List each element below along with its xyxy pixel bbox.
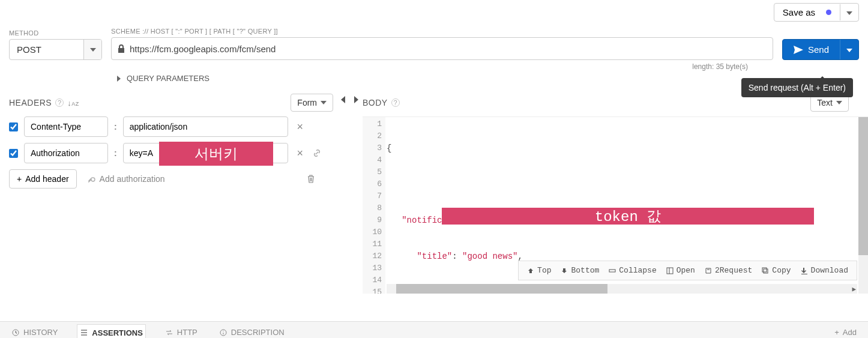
add-tab-button[interactable]: + Add (832, 324, 859, 338)
caret-down-icon (321, 101, 327, 104)
toolbar-download-button[interactable]: Download (801, 266, 848, 275)
tab-description[interactable]: DESCRIPTION (217, 324, 287, 338)
toolbar-top-button[interactable]: Top (527, 266, 551, 275)
paper-plane-icon (794, 46, 803, 54)
add-authorization-button[interactable]: Add authorization (88, 174, 165, 184)
headers-help-icon[interactable]: ? (55, 98, 64, 107)
caret-down-icon (846, 11, 852, 15)
body-mode-label: Text (817, 98, 833, 107)
trash-icon[interactable] (307, 174, 315, 184)
scroll-right-icon[interactable]: ▶ (852, 285, 856, 293)
url-scheme-label: SCHEME :// HOST [ ":" PORT ] [ PATH [ "?… (111, 28, 773, 35)
save-as-dropdown-button[interactable] (840, 4, 858, 20)
method-caret-button[interactable] (83, 40, 101, 59)
method-value: POST (10, 40, 83, 59)
unlink-icon[interactable] (312, 148, 322, 158)
save-as-label: Save as (783, 7, 815, 17)
query-parameters-label: QUERY PARAMETERS (127, 74, 209, 83)
header-enable-checkbox[interactable] (9, 122, 18, 131)
add-header-label: Add header (25, 174, 68, 184)
collapse-icon (609, 267, 616, 274)
redaction-overlay: 서버키 (159, 142, 273, 166)
body-title: BODY (363, 98, 388, 107)
tab-http[interactable]: HTTP (163, 324, 200, 338)
plus-icon: + (17, 174, 22, 184)
list-icon (80, 328, 88, 337)
headers-view-select[interactable]: Form (291, 94, 333, 112)
download-icon (801, 267, 808, 274)
header-row: : 서버키 × (9, 143, 333, 163)
caret-down-icon (90, 48, 96, 52)
header-key-input[interactable] (24, 116, 108, 137)
url-input[interactable] (130, 44, 767, 54)
sort-icon[interactable]: ↓AZ (67, 98, 79, 107)
toolbar-open-button[interactable]: Open (666, 266, 695, 275)
add-header-button[interactable]: + Add header (9, 169, 77, 189)
add-authorization-label: Add authorization (100, 174, 165, 184)
toolbar-copy-button[interactable]: Copy (762, 266, 791, 275)
plus-icon: + (834, 328, 839, 337)
toolbar-collapse-button[interactable]: Collapse (609, 266, 656, 275)
expand-right-icon[interactable] (354, 96, 358, 103)
history-icon (11, 328, 20, 337)
chevron-right-icon (117, 76, 121, 82)
editor-toolbar: Top Bottom Collapse Open 2Request Copy D… (518, 261, 857, 280)
send-button-group[interactable]: Send (782, 39, 859, 60)
key-icon (88, 175, 96, 183)
arrows-icon (165, 328, 173, 337)
vertical-scrollbar[interactable] (858, 117, 868, 294)
send-label: Send (808, 44, 829, 55)
body-editor[interactable]: 123456789101112131415 { "notification": … (363, 116, 868, 294)
toolbar-2request-button[interactable]: 2Request (705, 266, 752, 275)
header-enable-checkbox[interactable] (9, 149, 18, 158)
headers-title: HEADERS (9, 98, 52, 107)
toolbar-bottom-button[interactable]: Bottom (561, 266, 599, 275)
header-value-input[interactable] (123, 116, 288, 137)
copy-icon (762, 267, 769, 274)
horizontal-scrollbar[interactable]: ▶ (387, 284, 857, 294)
caret-down-icon (836, 101, 842, 104)
line-gutter: 123456789101112131415 (363, 117, 385, 294)
tab-history[interactable]: HISTORY (9, 324, 60, 338)
lock-icon (118, 44, 125, 53)
redaction-overlay: token 값 (442, 208, 814, 225)
url-input-wrapper[interactable] (111, 37, 773, 60)
arrow-up-icon (527, 267, 534, 274)
header-row: : × (9, 116, 333, 137)
body-help-icon[interactable]: ? (391, 98, 400, 107)
colon-separator: : (114, 148, 117, 158)
remove-header-button[interactable]: × (294, 121, 306, 133)
save-as-button[interactable]: Save as (774, 4, 840, 21)
send-tooltip: Send request (Alt + Enter) (741, 78, 853, 97)
request-icon (705, 267, 712, 274)
arrow-down-icon (561, 267, 568, 274)
bottom-tabs: HISTORY ASSERTIONS HTTP DESCRIPTION + Ad… (0, 321, 868, 338)
url-length-text: length: 35 byte(s) (0, 62, 868, 71)
svg-rect-1 (667, 268, 673, 274)
query-parameters-toggle[interactable]: QUERY PARAMETERS (0, 71, 868, 89)
colon-separator: : (114, 122, 117, 131)
headers-view-label: Form (297, 98, 317, 107)
send-dropdown-button[interactable] (840, 40, 858, 59)
send-button[interactable]: Send (783, 40, 840, 59)
method-select[interactable]: POST (9, 39, 102, 60)
tab-assertions[interactable]: ASSERTIONS (77, 324, 146, 338)
collapse-left-icon[interactable] (341, 96, 345, 103)
info-icon (219, 328, 228, 337)
caret-down-icon (846, 49, 852, 52)
scrollbar-thumb[interactable] (396, 284, 608, 294)
svg-rect-3 (762, 268, 767, 272)
svg-rect-0 (609, 270, 615, 272)
scrollbar-thumb[interactable] (858, 117, 868, 255)
remove-header-button[interactable]: × (294, 147, 306, 160)
open-icon (666, 267, 674, 274)
svg-rect-2 (764, 269, 768, 273)
unsaved-indicator-icon (826, 10, 831, 15)
header-key-input[interactable] (24, 143, 108, 163)
method-label: METHOD (9, 29, 102, 37)
save-as-group[interactable]: Save as (774, 3, 859, 22)
